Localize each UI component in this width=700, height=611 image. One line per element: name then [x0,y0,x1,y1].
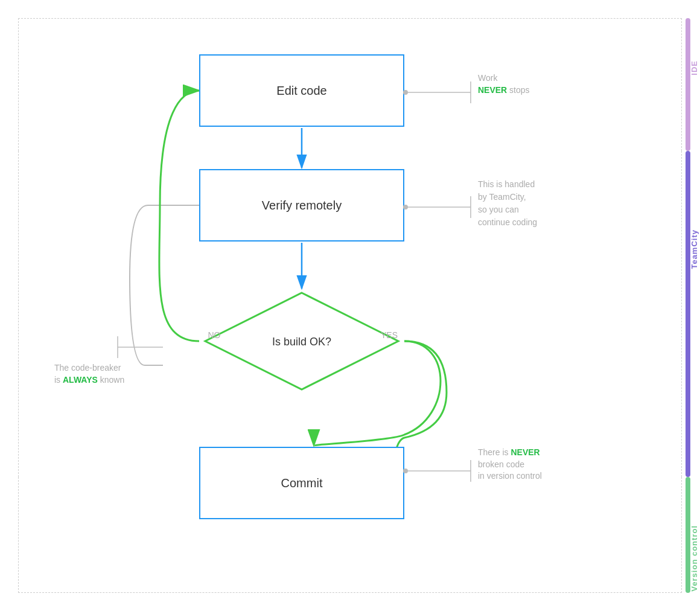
edit-code-box: Edit code [199,54,404,127]
connector-commit-right [403,469,408,473]
diamond-build-ok: Is build OK? NO YES [199,290,404,392]
svg-text:Is build OK?: Is build OK? [272,336,331,348]
lane-label-ide: IDE [690,60,699,75]
annotation-never-ide: NEVER [478,85,507,95]
connector-edit-right [403,90,408,95]
svg-text:YES: YES [381,330,398,340]
edit-code-label: Edit code [276,84,326,98]
annotation-never-vc: NEVER [511,447,539,457]
annotation-ide: Work NEVER stops [478,72,530,96]
annotation-codebreaker: The code-breaker is ALWAYS known [54,362,124,386]
commit-box: Commit [199,447,404,519]
svg-text:NO: NO [208,330,221,340]
annotation-versioncontrol: There is NEVER broken code in version co… [478,447,542,482]
connector-verify-right [403,205,408,210]
commit-label: Commit [281,476,323,490]
annotation-teamcity: This is handled by TeamCity, so you can … [478,178,537,229]
verify-box: Verify remotely [199,169,404,242]
annotation-always: ALWAYS [63,375,98,385]
lane-label-versioncontrol: Version control [690,525,699,592]
verify-label: Verify remotely [262,199,342,213]
lane-label-teamcity: TeamCity [690,229,699,269]
